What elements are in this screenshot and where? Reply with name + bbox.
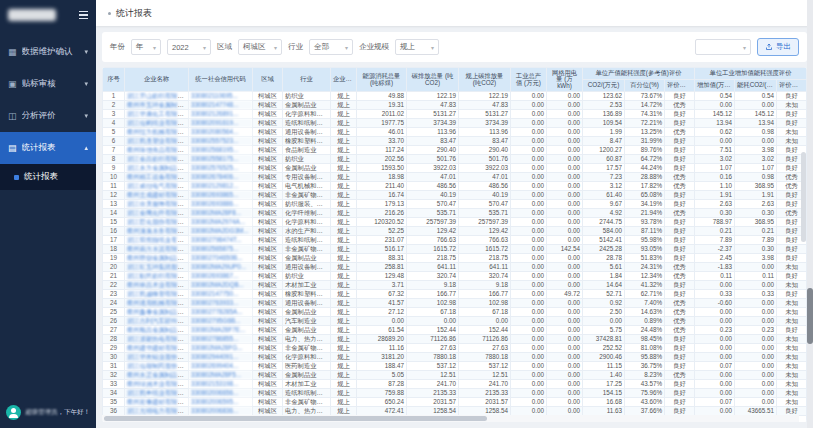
cell-company-name[interactable]: 衢州恒力机械有限公司 [125, 128, 189, 137]
cell-company-name[interactable]: 衢州林昌木业有限公司 [125, 281, 189, 290]
cell-company-name[interactable]: 浙江华友钴业股份有限公司 [125, 353, 189, 362]
cell-company-name[interactable]: 浙江依美服饰有限公司 [125, 200, 189, 209]
table-horizontal-scrollbar[interactable] [102, 415, 799, 422]
sidebar-item-statistics[interactable]: ▤ 统计报表 ▴ [0, 132, 96, 164]
year-unit-select[interactable]: 年▾ [131, 39, 161, 55]
cell-company-name[interactable]: 衢州立成建材有限公司 [125, 191, 189, 200]
cell-company-name[interactable]: 衢州鑫泰金属制品有限公司 [125, 308, 189, 317]
cell-company-name[interactable]: 浙江金昌纺织有限公司 [125, 155, 189, 164]
cell-company-name[interactable]: 浙江航民纺织有限公司 [125, 272, 189, 281]
sidebar-item-data-maintenance[interactable]: ▦ 数据维护确认 ▾ [0, 36, 96, 68]
cell-company-name[interactable]: 衢州建华建材有限公司 [125, 344, 189, 353]
cell-company-name[interactable]: 衢州精工设备有限公司 [125, 173, 189, 182]
cell-company-name[interactable]: 衢州永正金属制品有限公司 [125, 371, 189, 380]
cell-company-name[interactable]: 浙江威仕电气有限公司 [125, 182, 189, 191]
year-select[interactable]: 2022▾ [167, 39, 211, 55]
cell-grid-power: 0.00 [547, 200, 583, 209]
cell-company-name[interactable]: 衢州通用机械有限公司 [125, 299, 189, 308]
cell-scale: 规上 [331, 263, 357, 272]
col-industrial-output: 工业总产值 (万元) [511, 68, 547, 92]
cell-company-name[interactable]: 浙江仙琚制药股份有限公司 [125, 362, 189, 371]
company-name-link[interactable]: 浙江红五环集团股份有限公司 [127, 263, 189, 270]
cell-co2-per-10k: 5.75 [583, 326, 625, 335]
sidebar-subitem-statistics-report[interactable]: 统计报表 [0, 164, 96, 190]
cell-company-name[interactable]: 浙江金鹰化纤有限公司 [125, 209, 189, 218]
company-name-link[interactable]: 衢州味佳食品有限公司 [127, 146, 189, 153]
company-name-link[interactable]: 衢州精工设备有限公司 [127, 173, 189, 180]
table-vertical-scrollbar[interactable] [801, 95, 806, 412]
user-avatar[interactable] [6, 405, 21, 420]
cell-company-name[interactable]: 衢州市五环金属制品有限公司 [125, 101, 189, 110]
cell-company-name[interactable]: 浙江红五环集团股份有限公司 [125, 263, 189, 272]
cell-company-name[interactable]: 衢州顺昌金属制品有限公司 [125, 326, 189, 335]
company-name-link[interactable]: 浙江航民纺织有限公司 [127, 272, 189, 279]
company-name-link[interactable]: 浙江凯圣塑业有限公司 [127, 137, 189, 144]
company-name-link[interactable]: 衢州鑫泰金属制品有限公司 [127, 308, 189, 315]
company-name-link[interactable]: 衢州通用机械有限公司 [127, 299, 189, 306]
cell-company-name[interactable]: 浙江吉利汽车部件有限公司 [125, 317, 189, 326]
quick-option-select[interactable]: ▾ [695, 39, 751, 55]
cell-carbon-above-scale: 12.51 [459, 371, 511, 380]
company-name-link[interactable]: 浙江仙琚制药股份有限公司 [127, 362, 189, 369]
company-name-link[interactable]: 衢州宏泰建材有限公司 [127, 398, 189, 405]
company-name-link[interactable]: 衢州顺昌金属制品有限公司 [127, 326, 189, 333]
company-name-link[interactable]: 衢州永正金属制品有限公司 [127, 371, 189, 378]
hamburger-icon[interactable] [79, 11, 88, 20]
sidebar-item-label-review[interactable]: ▣ 贴标审核 ▾ [0, 68, 96, 100]
cell-scale: 规上 [331, 389, 357, 398]
page-vertical-scrollbar[interactable] [807, 0, 813, 428]
cell-company-name[interactable]: 浙江巨化股份有限公司 [125, 218, 189, 227]
company-name-link[interactable]: 浙江光明电力有限公司 [127, 407, 189, 414]
company-name-link[interactable]: 浙江华友钴业股份有限公司 [127, 353, 189, 360]
company-name-link[interactable]: 浙江华康化工有限公司 [127, 110, 189, 117]
cell-company-name[interactable]: 衢州联创金属制品有限公司 [125, 254, 189, 263]
cell-company-name[interactable]: 衢州绿洲木业有限公司 [125, 380, 189, 389]
active-dot-icon [14, 175, 19, 180]
cell-company-name[interactable]: 衢州宏泰建材有限公司 [125, 398, 189, 407]
cell-credit-code: 330802080564... [189, 128, 253, 137]
cell-company-name[interactable]: 浙江凯圣塑业有限公司 [125, 137, 189, 146]
company-name-link[interactable]: 浙江永力金属制品有限公司 [127, 164, 189, 171]
company-name-link[interactable]: 浙江浙能热电有限公司 [127, 335, 189, 342]
company-name-link[interactable]: 衢州林昌木业有限公司 [127, 281, 189, 288]
cell-company-name[interactable]: 浙江凯越橡塑有限公司 [125, 290, 189, 299]
company-name-link[interactable]: 衢州南方水泥有限公司 [127, 245, 189, 252]
scale-select[interactable]: 规上▾ [395, 39, 439, 55]
company-name-link[interactable]: 衢州联创金属制品有限公司 [127, 254, 189, 261]
company-name-link[interactable]: 浙江开山纺织有限公司 [127, 92, 189, 99]
cell-company-name[interactable]: 浙江永力金属制品有限公司 [125, 164, 189, 173]
company-name-link[interactable]: 浙江巨化股份有限公司 [127, 218, 189, 225]
company-name-link[interactable]: 浙江金鹰化纤有限公司 [127, 209, 189, 216]
cell-energy-total: 33.70 [357, 137, 407, 146]
cell-company-name[interactable]: 衢州南方水泥有限公司 [125, 245, 189, 254]
company-name-link[interactable]: 浙江吉利汽车部件有限公司 [127, 317, 189, 324]
company-name-link[interactable]: 浙江凯丰纸业有限公司 [127, 389, 189, 396]
company-name-link[interactable]: 衢州清泉水务有限公司 [127, 227, 189, 234]
cell-company-name[interactable]: 浙江华康化工有限公司 [125, 110, 189, 119]
cell-company-name[interactable]: 衢州清泉水务有限公司 [125, 227, 189, 236]
cell-intensity-2: 2.63 [735, 200, 777, 209]
company-name-link[interactable]: 浙江依美服饰有限公司 [127, 200, 189, 207]
sidebar-item-analysis[interactable]: ◫ 分析评价 ▾ [0, 100, 96, 132]
company-name-link[interactable]: 衢州市五环金属制品有限公司 [127, 101, 189, 108]
export-button[interactable]: 导出 [757, 38, 799, 56]
cell-co2-per-10k: 17.25 [583, 380, 625, 389]
region-select[interactable]: 柯城区▾ [238, 39, 282, 55]
cell-company-name[interactable]: 浙江开山纺织有限公司 [125, 92, 189, 101]
company-name-link[interactable]: 浙江金昌纺织有限公司 [127, 155, 189, 162]
cell-company-name[interactable]: 衢州味佳食品有限公司 [125, 146, 189, 155]
company-name-link[interactable]: 浙江凯越橡塑有限公司 [127, 290, 189, 297]
company-name-link[interactable]: 衢州建华建材有限公司 [127, 344, 189, 351]
company-name-link[interactable]: 浙江仙鹤纸业有限公司 [127, 119, 189, 126]
company-name-link[interactable]: 衢州绿洲木业有限公司 [127, 380, 189, 387]
company-name-link[interactable]: 衢州恒力机械有限公司 [127, 128, 189, 135]
company-name-link[interactable]: 浙江威仕电气有限公司 [127, 182, 189, 189]
cell-company-name[interactable]: 浙江仙鹤纸业有限公司 [125, 119, 189, 128]
cell-carbon-above-scale: 47.01 [459, 173, 511, 182]
industry-select[interactable]: 全部▾ [309, 39, 353, 55]
cell-company-name[interactable]: 浙江浙能热电有限公司 [125, 335, 189, 344]
cell-company-name[interactable]: 浙江双熊猫纸业有限公司 [125, 236, 189, 245]
company-name-link[interactable]: 衢州立成建材有限公司 [127, 191, 189, 198]
company-name-link[interactable]: 浙江双熊猫纸业有限公司 [127, 236, 189, 243]
cell-company-name[interactable]: 浙江凯丰纸业有限公司 [125, 389, 189, 398]
